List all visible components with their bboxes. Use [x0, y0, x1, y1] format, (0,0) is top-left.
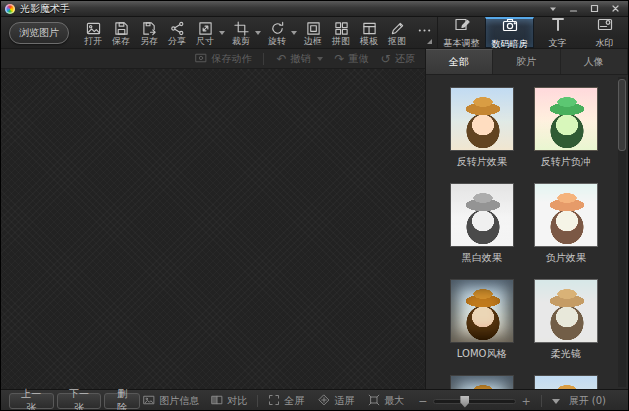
expand-list-button[interactable]: 展开 (0): [552, 394, 606, 408]
tab-basic-adjust[interactable]: 基本调整: [438, 17, 485, 48]
effect-item[interactable]: [450, 375, 514, 389]
close-button[interactable]: [607, 3, 624, 15]
effect-thumbnail[interactable]: [534, 375, 598, 389]
next-image-button[interactable]: 下一张: [57, 393, 102, 409]
browse-images-button[interactable]: 浏览图片: [9, 22, 69, 44]
mode-tabs: 基本调整 数码暗房 文字 水印: [437, 17, 628, 48]
share-icon: [170, 21, 185, 36]
open-button[interactable]: 打开: [79, 17, 107, 48]
window-title: 光影魔术手: [20, 2, 70, 16]
minimize-button[interactable]: [565, 3, 582, 15]
window-controls: [544, 3, 624, 15]
effect-thumbnail[interactable]: [450, 375, 514, 389]
effects-row: 黑白效果 负片效果: [450, 183, 628, 265]
scrollbar-thumb[interactable]: [618, 79, 626, 151]
tab-digital-darkroom[interactable]: 数码暗房: [485, 17, 534, 48]
effect-thumbnail-cross-process[interactable]: [534, 87, 598, 151]
effect-thumbnail-bw[interactable]: [450, 183, 514, 247]
border-icon: [306, 21, 321, 36]
save-as-button[interactable]: 另存: [135, 17, 163, 48]
effect-thumbnail-lomo[interactable]: [450, 279, 514, 343]
share-label: 分享: [168, 36, 186, 47]
redo-button[interactable]: ↷ 重做: [335, 52, 369, 66]
image-info-icon: [143, 394, 155, 408]
effect-item[interactable]: 黑白效果: [450, 183, 514, 265]
effect-item[interactable]: 反转片效果: [450, 87, 514, 169]
border-button[interactable]: 边框: [299, 17, 327, 48]
undo-dropdown-icon[interactable]: [317, 57, 323, 61]
main-toolbar: 浏览图片 打开 保存 另存: [1, 17, 628, 49]
collage-button[interactable]: 拼图: [327, 17, 355, 48]
expand-label: 展开 (0): [569, 394, 606, 408]
fullscreen-button[interactable]: 全屏: [268, 394, 304, 408]
fullscreen-icon: [268, 394, 280, 408]
image-info-toggle[interactable]: 图片信息: [143, 394, 199, 408]
crop-dropdown-icon[interactable]: [255, 31, 261, 35]
actual-size-icon: [368, 394, 380, 408]
status-bar: 上一张 下一张 删除 图片信息 对比 全屏 适屏: [1, 389, 628, 411]
app-window: 光影魔术手 浏览图片 打开: [0, 0, 629, 411]
skin-menu-button[interactable]: [544, 3, 561, 15]
fit-screen-label: 适屏: [334, 394, 354, 408]
effect-thumbnail-negative[interactable]: [534, 183, 598, 247]
separator: [257, 395, 258, 407]
maximize-button[interactable]: [586, 3, 603, 15]
more-tools-button[interactable]: [411, 17, 437, 48]
previous-image-button[interactable]: 上一张: [9, 393, 54, 409]
delete-image-button[interactable]: 删除: [104, 393, 140, 409]
effect-label: 负片效果: [546, 251, 586, 265]
effect-thumbnail-soft-focus[interactable]: [534, 279, 598, 343]
cutout-button[interactable]: 抠图: [383, 17, 411, 48]
effect-label: 反转片效果: [457, 155, 507, 169]
rotate-icon: [270, 21, 285, 36]
effects-grid: 反转片效果 反转片负冲 黑白效果 负片效果: [426, 75, 628, 389]
effect-item[interactable]: [534, 375, 598, 389]
redo-icon: ↷: [335, 54, 345, 64]
zoom-slider-handle[interactable]: [460, 396, 469, 408]
effect-item[interactable]: LOMO风格: [450, 279, 514, 361]
resize-dropdown-icon[interactable]: [219, 31, 225, 35]
share-button[interactable]: 分享: [163, 17, 191, 48]
tab-all-effects[interactable]: 全部: [426, 49, 493, 74]
action-bar: 保存动作 ↶ 撤销 ↷ 重做 ↺ 还原: [1, 49, 425, 69]
effect-item[interactable]: 负片效果: [534, 183, 598, 265]
tab-text[interactable]: 文字: [534, 17, 581, 48]
collage-label: 拼图: [332, 36, 350, 47]
cutout-icon: [390, 21, 405, 36]
actual-size-button[interactable]: 最大: [368, 394, 404, 408]
template-button[interactable]: 模板: [355, 17, 383, 48]
effect-label: 黑白效果: [462, 251, 502, 265]
zoom-slider[interactable]: [433, 399, 515, 404]
save-action-button[interactable]: 保存动作: [195, 52, 251, 66]
resize-button[interactable]: 尺寸: [191, 17, 227, 48]
restore-button[interactable]: ↺ 还原: [381, 52, 415, 66]
rotate-dropdown-icon[interactable]: [291, 31, 297, 35]
crop-button[interactable]: 裁剪: [227, 17, 263, 48]
camera-icon: [502, 17, 518, 37]
rotate-button[interactable]: 旋转: [263, 17, 299, 48]
compare-label: 对比: [227, 394, 247, 408]
undo-button[interactable]: ↶ 撤销: [276, 52, 322, 66]
tab-portrait-effects[interactable]: 人像: [561, 49, 628, 74]
compare-toggle[interactable]: 对比: [211, 394, 247, 408]
actual-size-label: 最大: [384, 394, 404, 408]
save-icon: [114, 21, 129, 36]
fit-screen-button[interactable]: 适屏: [318, 394, 354, 408]
effect-thumbnail-reversal[interactable]: [450, 87, 514, 151]
panel-scrollbar[interactable]: [618, 77, 626, 387]
effects-row: LOMO风格 柔光镜: [450, 279, 628, 361]
save-button[interactable]: 保存: [107, 17, 135, 48]
corner-expand-icon: [427, 39, 432, 44]
zoom-out-button[interactable]: −: [418, 395, 427, 408]
fullscreen-label: 全屏: [284, 394, 304, 408]
fit-screen-icon: [318, 394, 330, 408]
tab-watermark[interactable]: 水印: [581, 17, 628, 48]
tab-film-effects[interactable]: 胶片: [493, 49, 560, 74]
text-icon: [550, 16, 566, 36]
effect-item[interactable]: 柔光镜: [534, 279, 598, 361]
rotate-label: 旋转: [268, 36, 286, 47]
effect-item[interactable]: 反转片负冲: [534, 87, 598, 169]
image-canvas: [1, 69, 425, 389]
zoom-in-button[interactable]: +: [522, 395, 531, 408]
app-logo-icon: [5, 4, 15, 14]
